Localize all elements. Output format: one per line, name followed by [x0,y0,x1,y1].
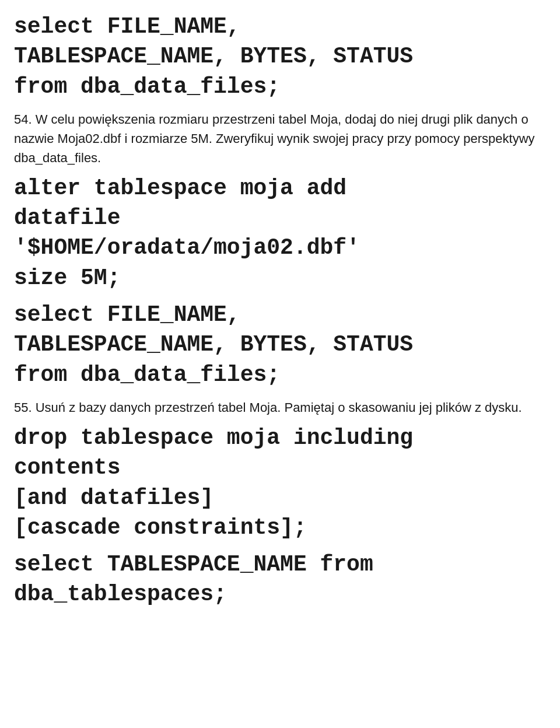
section-code1: select FILE_NAME, TABLESPACE_NAME, BYTES… [14,12,546,102]
code-block-code5: select TABLESPACE_NAME from dba_tablespa… [14,550,546,610]
section-code3: select FILE_NAME, TABLESPACE_NAME, BYTES… [14,300,546,390]
prose-text-prose54: 54. W celu powiększenia rozmiaru przestr… [14,110,546,167]
code-block-code2: alter tablespace moja add datafile '$HOM… [14,173,546,293]
code-block-code3: select FILE_NAME, TABLESPACE_NAME, BYTES… [14,300,546,390]
prose-text-prose55: 55. Usuń z bazy danych przestrzeń tabel … [14,398,546,417]
section-prose54: 54. W celu powiększenia rozmiaru przestr… [14,110,546,167]
section-code5: select TABLESPACE_NAME from dba_tablespa… [14,550,546,610]
section-code2: alter tablespace moja add datafile '$HOM… [14,173,546,293]
code-block-code1: select FILE_NAME, TABLESPACE_NAME, BYTES… [14,12,546,102]
page-content: select FILE_NAME, TABLESPACE_NAME, BYTES… [14,12,546,610]
section-code4: drop tablespace moja including contents … [14,423,546,542]
section-prose55: 55. Usuń z bazy danych przestrzeń tabel … [14,398,546,417]
code-block-code4: drop tablespace moja including contents … [14,423,546,542]
